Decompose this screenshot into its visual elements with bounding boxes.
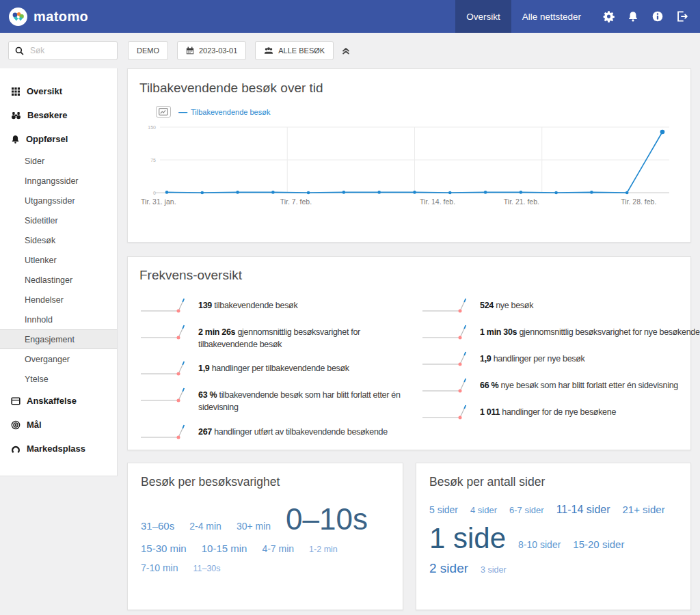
target-icon (11, 420, 21, 430)
evolution-chart-card: Tilbakevendende besøk over tid — Tilbake… (127, 68, 691, 243)
settings-icon[interactable] (596, 0, 621, 33)
signout-icon[interactable] (670, 0, 695, 33)
sidebar-item-sides-k[interactable]: Sidesøk (0, 230, 117, 250)
svg-text:150: 150 (148, 125, 156, 130)
line-chart[interactable]: 075150Tir. 31. jan.Tir. 7. feb.Tir. 14. … (139, 120, 679, 208)
binoculars-icon (11, 111, 21, 120)
sidebar-item-markedsplass[interactable]: Markedsplass (0, 437, 117, 461)
date-selector-button[interactable]: 2023-03-01 (177, 41, 246, 60)
tab-oversikt[interactable]: Oversikt (455, 0, 511, 33)
legend-item-returning-visits[interactable]: — Tilbakevendende besøk (178, 108, 270, 116)
segment-selector-button[interactable]: ALLE BESØK (255, 41, 334, 60)
sidebar-item-utgangssider[interactable]: Utgangssider (0, 191, 117, 210)
tag-cloud-item[interactable]: 6-7 sider (509, 506, 544, 515)
sidebar-item-m-l[interactable]: Mål (0, 413, 117, 437)
tag-cloud-item[interactable]: 4 sider (470, 506, 497, 515)
tag-cloud-item[interactable]: 2 sider (429, 562, 468, 575)
sidebar-item-oversikt[interactable]: Oversikt (0, 79, 117, 103)
tag-cloud-item[interactable]: 7-10 min (141, 563, 178, 573)
sparkline[interactable] (139, 297, 187, 314)
sidebar-item-inngangssider[interactable]: Inngangssider (0, 171, 117, 191)
sidebar-item-oppf-rsel[interactable]: Oppførsel (0, 127, 117, 151)
matomo-logo[interactable]: matomo (0, 8, 88, 26)
search-box[interactable] (8, 41, 118, 60)
sidebar-item-label: Sidesøk (25, 236, 55, 245)
frequency-right-column: 524 nye besøk 1 min 30s gjennomsnittlig … (421, 297, 685, 450)
sparkline[interactable] (139, 386, 187, 404)
sparkline[interactable] (421, 350, 469, 368)
frequency-metric-row: 1 min 30s gjennomsnittlig besøksvarighet… (421, 323, 685, 341)
collapse-chevrons-up-icon[interactable] (341, 46, 351, 55)
tag-cloud-row: Besøk per besøksvarighet 31–60s2-4 min30… (127, 463, 691, 610)
sidebar-item-label: Utlenker (25, 256, 57, 265)
tag-cloud-item[interactable]: 15-30 min (141, 543, 187, 554)
sidebar-item-label: Engasjement (25, 335, 75, 344)
sparkline[interactable] (421, 403, 469, 421)
sidebar-item-nedlastinger[interactable]: Nedlastinger (0, 270, 117, 290)
sparkline[interactable] (421, 377, 469, 394)
tag-cloud-item[interactable]: 31–60s (141, 521, 174, 531)
pages-cloud-title: Besøk per antall sider (429, 475, 677, 489)
tag-cloud-item[interactable]: 15-20 sider (573, 539, 624, 549)
notifications-icon[interactable] (621, 0, 645, 33)
sidebar-item-label: Hendelser (25, 295, 64, 305)
sidebar-item-innhold[interactable]: Innhold (0, 310, 117, 329)
segment-label: ALLE BESØK (278, 46, 325, 55)
tag-cloud-item[interactable]: 8-10 sider (518, 540, 561, 549)
sidebar-item-bes-kere[interactable]: Besøkere (0, 103, 117, 127)
search-input[interactable] (29, 45, 111, 56)
sidebar-item-anskaffelse[interactable]: Anskaffelse (0, 389, 117, 413)
tag-cloud-item[interactable]: 1 side (429, 524, 506, 553)
sidebar-item-engasjement[interactable]: Engasjement (0, 329, 117, 349)
pages-tag-cloud: 5 sider4 sider6-7 sider11-14 sider21+ si… (429, 504, 677, 575)
sparkline[interactable] (421, 323, 469, 341)
frequency-metric-row: 1,9 handlinger per nye besøk (421, 350, 685, 368)
tag-cloud-item[interactable]: 5 sider (429, 505, 458, 515)
frequency-grid: 139 tilbakevendende besøk 2 min 26s gjen… (139, 297, 685, 450)
frequency-metric-row: 1 011 handlinger for de nye besøkene (421, 403, 685, 421)
frequency-metric-text: 1 min 30s gjennomsnittlig besøksvarighet… (480, 323, 685, 338)
tag-cloud-item[interactable]: 1-2 min (309, 545, 338, 554)
tag-cloud-item[interactable]: 11–30s (193, 564, 220, 573)
sidebar-item-sider[interactable]: Sider (0, 151, 117, 171)
legend-label: Tilbakevendende besøk (191, 108, 270, 116)
export-image-icon[interactable] (156, 106, 171, 118)
window-icon (11, 396, 21, 406)
frequency-metric-text: 1 011 handlinger for de nye besøkene (480, 403, 616, 418)
site-selector-button[interactable]: DEMO (128, 41, 168, 60)
tag-cloud-item[interactable]: 10-15 min (202, 543, 247, 554)
info-icon[interactable] (645, 0, 670, 33)
search-icon (15, 46, 24, 55)
sidebar-item-hendelser[interactable]: Hendelser (0, 290, 117, 310)
frequency-title: Frekvens-oversikt (139, 268, 685, 283)
legend-line-swatch: — (178, 109, 187, 115)
svg-text:75: 75 (150, 158, 156, 163)
tag-cloud-item[interactable]: 3 sider (481, 566, 507, 575)
sparkline[interactable] (139, 423, 187, 441)
tag-cloud-item[interactable]: 11-14 sider (556, 504, 610, 515)
tag-cloud-item[interactable]: 2-4 min (189, 521, 221, 531)
tab-alle-nettsteder[interactable]: Alle nettsteder (511, 0, 592, 33)
tag-cloud-item[interactable]: 21+ sider (623, 504, 665, 515)
frequency-metric-row: 2 min 26s gjennomsnittlig besøksvarighet… (139, 323, 403, 351)
frequency-metric-row: 63 % tilbakevendende besøk som har blitt… (139, 386, 403, 413)
sidebar-item-label: Nedlastinger (25, 275, 72, 285)
sidebar-item-label: Innhold (25, 315, 53, 325)
left-sidebar: OversiktBesøkereOppførselSiderInngangssi… (0, 68, 118, 476)
marketplace-icon (11, 444, 21, 454)
duration-tag-cloud: 31–60s2-4 min30+ min0–10s15-30 min10-15 … (141, 504, 390, 573)
sidebar-item-label: Markedsplass (27, 443, 85, 454)
sidebar-item-sidetitler[interactable]: Sidetitler (0, 210, 117, 230)
pages-per-visit-card: Besøk per antall sider 5 sider4 sider6-7… (416, 463, 691, 610)
sparkline[interactable] (421, 297, 469, 314)
tag-cloud-item[interactable]: 0–10s (286, 504, 368, 534)
main-content: Tilbakevendende besøk over tid — Tilbake… (127, 68, 691, 610)
sparkline[interactable] (139, 323, 187, 341)
sidebar-item-overganger[interactable]: Overganger (0, 349, 117, 369)
sparkline[interactable] (139, 359, 187, 377)
sidebar-item-utlenker[interactable]: Utlenker (0, 250, 117, 270)
tag-cloud-item[interactable]: 30+ min (237, 521, 271, 531)
tag-cloud-item[interactable]: 4-7 min (262, 544, 294, 554)
frequency-metric-text: 139 tilbakevendende besøk (198, 297, 297, 312)
sidebar-item-ytelse[interactable]: Ytelse (0, 369, 117, 389)
